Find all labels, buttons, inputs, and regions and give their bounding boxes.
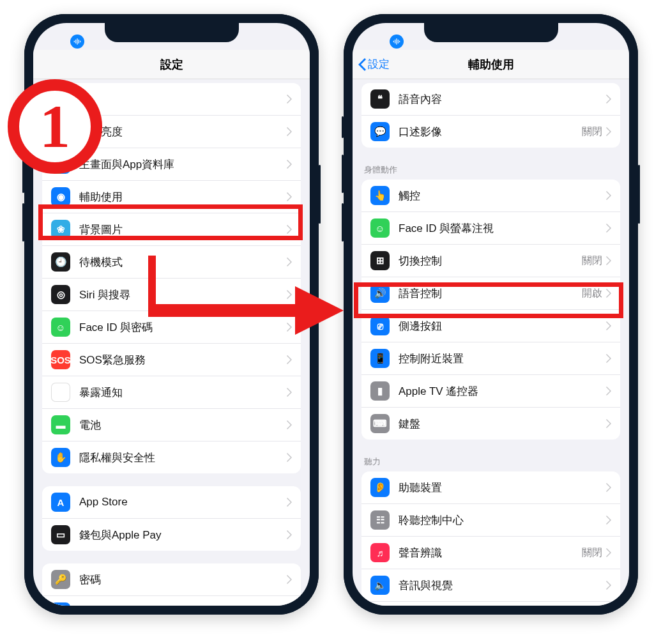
row-label: 錢包與Apple Pay — [79, 528, 287, 542]
row-icon: ⊞ — [370, 251, 390, 270]
row-value: 關閉 — [582, 254, 602, 268]
settings-row-8[interactable]: SOSSOS緊急服務 — [42, 343, 301, 376]
settings-row-0[interactable]: 🔑密碼 — [42, 564, 301, 595]
chevron-right-icon — [606, 548, 611, 557]
chevron-right-icon — [287, 498, 292, 507]
chevron-right-icon — [287, 290, 292, 299]
accessibility-row-1[interactable]: ☷聆聽控制中心 — [361, 503, 620, 536]
accessibility-row-1[interactable]: 💬口述影像關閉 — [361, 115, 620, 148]
accessibility-row-0[interactable]: ❝語音內容 — [361, 83, 620, 115]
nav-title: 輔助使用 — [468, 57, 514, 72]
row-label: 密碼 — [79, 572, 287, 587]
row-icon: 👂 — [370, 478, 390, 497]
row-value: 關閉 — [582, 125, 602, 139]
chevron-right-icon — [287, 453, 292, 462]
row-icon: A — [51, 493, 70, 512]
mute-switch — [342, 116, 344, 138]
row-icon: ☺ — [51, 318, 70, 337]
row-label: … — [79, 93, 287, 105]
settings-row-0[interactable]: AApp Store — [42, 486, 301, 518]
row-label: 暴露通知 — [79, 385, 287, 400]
settings-row-4[interactable]: ❀背景圖片 — [42, 213, 301, 245]
row-value: 關閉 — [582, 546, 602, 560]
chevron-right-icon — [287, 420, 292, 429]
chevron-right-icon — [287, 355, 292, 364]
accessibility-row-3[interactable]: 🔈音訊與視覺 — [361, 569, 620, 601]
settings-row-6[interactable]: ◎Siri 與搜尋 — [42, 278, 301, 310]
chevron-right-icon — [287, 160, 292, 169]
settings-row-11[interactable]: ✋隱私權與安全性 — [42, 441, 301, 473]
settings-row-7[interactable]: ☺Face ID 與密碼 — [42, 310, 301, 343]
chevron-right-icon — [606, 581, 611, 590]
side-button — [638, 165, 640, 224]
chevron-right-icon — [606, 516, 611, 525]
row-label: Face ID 與密碼 — [79, 320, 287, 335]
settings-row-1[interactable]: ▭錢包與Apple Pay — [42, 518, 301, 551]
row-icon: ❝ — [370, 89, 390, 109]
row-label: SOS緊急服務 — [79, 353, 287, 367]
phone-right: 設定 輔助使用 ❝語音內容💬口述影像關閉 身體動作 👆觸控☺Face ID 與螢… — [344, 14, 638, 615]
content-scroll[interactable]: ❝語音內容💬口述影像關閉 身體動作 👆觸控☺Face ID 與螢幕注視⊞切換控制… — [353, 79, 629, 606]
chevron-right-icon — [606, 191, 611, 200]
row-icon: ⌨ — [370, 414, 390, 433]
row-icon: ☷ — [370, 510, 390, 530]
accessibility-row-7[interactable]: ⌨鍵盤 — [361, 407, 620, 440]
row-icon: 👆 — [370, 186, 390, 205]
accessibility-row-6[interactable]: ▮Apple TV 遙控器 — [361, 374, 620, 407]
row-icon: 🕘 — [51, 252, 70, 272]
settings-row-5[interactable]: 🕘待機模式 — [42, 245, 301, 278]
back-button[interactable]: 設定 — [358, 50, 390, 79]
chevron-right-icon — [606, 256, 611, 265]
chevron-right-icon — [606, 127, 611, 136]
volume-up — [342, 155, 344, 193]
accessibility-row-4[interactable]: ⎚側邊按鈕 — [361, 309, 620, 342]
accessibility-row-2[interactable]: ♬聲音辨識關閉 — [361, 536, 620, 569]
settings-row-10[interactable]: ▬電池 — [42, 408, 301, 441]
row-label: 側邊按鈕 — [399, 319, 606, 334]
nav-bar: 設定 輔助使用 — [353, 50, 629, 79]
chevron-right-icon — [606, 321, 611, 330]
row-icon: ▬ — [51, 415, 70, 434]
accessibility-row-5[interactable]: 📱控制附近裝置 — [361, 342, 620, 374]
accessibility-row-3[interactable]: 🔊語音控制開啟 — [361, 277, 620, 309]
row-icon: ⎚ — [370, 316, 390, 335]
accessibility-row-0[interactable]: 👂助聽裝置 — [361, 471, 620, 503]
settings-row-9[interactable]: ✺暴露通知 — [42, 376, 301, 408]
settings-row-3[interactable]: ◉輔助使用 — [42, 180, 301, 213]
chevron-right-icon — [606, 289, 611, 298]
row-label: 語音控制 — [399, 286, 582, 301]
row-icon: ✋ — [51, 448, 70, 467]
row-label: 切換控制 — [399, 254, 582, 268]
accessibility-row-2[interactable]: ⊞切換控制關閉 — [361, 244, 620, 277]
row-icon: ✺ — [51, 383, 70, 402]
row-label: 主畫面與App資料庫 — [79, 157, 287, 172]
chevron-right-icon — [606, 483, 611, 492]
accessibility-row-4[interactable]: ▭字幕與隱藏式字幕 — [361, 601, 620, 606]
chevron-right-icon — [287, 127, 292, 136]
nav-title: 設定 — [160, 57, 183, 72]
voice-control-indicator-icon — [390, 34, 404, 49]
step-badge: 1 — [8, 79, 102, 174]
chevron-right-icon — [606, 224, 611, 233]
row-label: Face ID 與螢幕注視 — [399, 221, 606, 236]
row-label: 助聽裝置 — [399, 480, 606, 495]
row-label: 郵件 — [79, 605, 287, 606]
row-label: 鍵盤 — [399, 417, 606, 431]
chevron-right-icon — [287, 192, 292, 201]
nav-bar: 設定 — [33, 50, 310, 79]
settings-row-1[interactable]: ✉郵件 — [42, 595, 301, 606]
accessibility-row-1[interactable]: ☺Face ID 與螢幕注視 — [361, 211, 620, 244]
row-icon: ❀ — [51, 220, 70, 239]
accessibility-row-0[interactable]: 👆觸控 — [361, 180, 620, 211]
row-label: 示與亮度 — [79, 125, 287, 139]
row-icon: ◉ — [51, 187, 70, 206]
row-label: 控制附近裝置 — [399, 351, 606, 366]
screen-right: 設定 輔助使用 ❝語音內容💬口述影像關閉 身體動作 👆觸控☺Face ID 與螢… — [353, 23, 629, 606]
accessibility-group-hearing: 👂助聽裝置☷聆聽控制中心♬聲音辨識關閉🔈音訊與視覺▭字幕與隱藏式字幕 — [361, 471, 620, 606]
row-icon: ☺ — [370, 218, 390, 238]
row-label: 待機模式 — [79, 255, 287, 270]
settings-group-apps: AApp Store▭錢包與Apple Pay — [42, 486, 301, 551]
section-header-motor: 身體動作 — [353, 160, 629, 180]
row-icon: 🔊 — [370, 284, 390, 303]
notch — [105, 23, 239, 42]
